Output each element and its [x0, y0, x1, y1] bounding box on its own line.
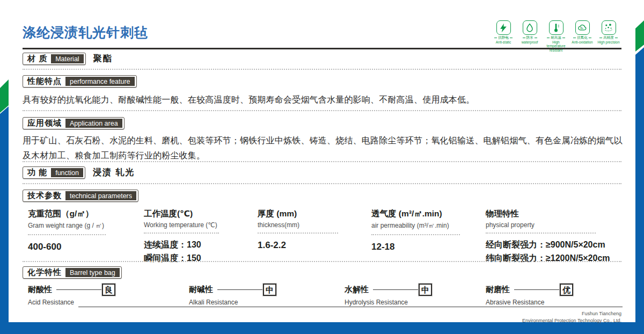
- performance-text: 具有较好的抗氧化能力、耐酸碱性能一般、在较高温度时、预期寿命会受烟气含水量的影响…: [23, 92, 623, 107]
- droplet-icon: [523, 20, 537, 35]
- company-name-line1: Fushun Tiancheng: [522, 310, 621, 317]
- divider-dotted: [23, 183, 621, 184]
- param-label-zh: 克重范围（g/㎡）: [28, 208, 135, 220]
- chem-label-zh: 水解性: [345, 285, 369, 295]
- section-header-application: 应用领域 Application area: [23, 117, 125, 129]
- param-value: 连续温度：130: [144, 238, 254, 251]
- section-header-technical: 技术参数 technical parameters: [23, 190, 138, 202]
- feature-anti-oxidation: O₂ 抗氧化 Anti-oxidation: [571, 20, 594, 52]
- param-label-zh: 物理特性: [486, 208, 628, 220]
- param-air-permeability: 透气度 (m³/㎡.min) air permeability (m³/㎡.mi…: [371, 208, 481, 253]
- datasheet-page: 涤纶浸渍轧光针刺毡 抗静电 Anti-static 防水 waterproof: [0, 0, 644, 334]
- section-title-en-badge: Material: [51, 54, 83, 63]
- param-divider: [258, 233, 338, 234]
- section-title-zh: 功 能: [27, 168, 47, 178]
- divider-dotted: [23, 261, 621, 262]
- section-title-zh: 性能特点: [27, 76, 62, 86]
- param-thickness: 厚度 (mm) thickness(mm) 1.6-2.2: [258, 208, 365, 252]
- param-label-en: Gram weight range (g / ㎡): [28, 221, 135, 230]
- param-divider: [144, 233, 219, 234]
- param-label-zh: 工作温度(℃): [144, 208, 254, 220]
- chem-label-en: Acid Resistance: [28, 299, 115, 306]
- chem-alkali-resistance: 耐碱性 中 Alkali Resistance: [189, 284, 276, 306]
- section-title-en-badge: Barrel type bag: [65, 268, 120, 277]
- feature-high-precision: 高精度 High precision: [597, 20, 620, 52]
- icon-label-zh: 抗静电: [494, 35, 513, 40]
- section-application: 应用领域 Application area: [23, 117, 125, 129]
- icon-label-en: High temperature resistant: [545, 40, 567, 52]
- left-ribbon-blue: [0, 106, 9, 334]
- param-value: 400-600: [28, 241, 135, 253]
- section-technical: 技术参数 technical parameters: [23, 190, 138, 202]
- section-header-chemical: 化学特性 Barrel type bag: [23, 266, 122, 279]
- dots-icon: [602, 20, 616, 35]
- icon-label-en: waterproof: [522, 40, 538, 44]
- chem-label-zh: 耐碱性: [189, 285, 213, 295]
- section-title-zh: 技术参数: [27, 191, 62, 201]
- section-title-en-badge: performance feature: [65, 77, 135, 86]
- param-value: 1.6-2.2: [258, 239, 365, 252]
- chem-label-en: Alkali Resistance: [189, 299, 276, 306]
- param-label-en: thickness(mm): [258, 221, 365, 229]
- param-working-temperature: 工作温度(℃) Working temperature (℃) 连续温度：130…: [144, 208, 254, 265]
- feature-high-temperature: 耐高温 High temperature resistant: [545, 20, 567, 52]
- chem-connector: [217, 289, 263, 290]
- chem-abrasive-resistance: 耐磨性 优 Abrasive Resistance: [486, 284, 573, 306]
- section-title-en-badge: technical parameters: [65, 191, 136, 200]
- chem-connector: [56, 289, 102, 290]
- param-value: 12-18: [371, 241, 481, 253]
- company-name-line2: Environmental Protection Technology Co.,…: [522, 317, 621, 324]
- company-signature: Fushun Tiancheng Environmental Protectio…: [522, 310, 621, 324]
- right-ribbon-green: [635, 20, 644, 52]
- page-title: 涤纶浸渍轧光针刺毡: [23, 24, 148, 41]
- feature-icons-row: 抗静电 Anti-static 防水 waterproof 耐高温 High t…: [492, 20, 620, 52]
- param-label-en: physical property: [486, 221, 628, 229]
- section-title-zh: 应用领域: [27, 118, 62, 128]
- section-material: 材 质 Material 聚酯: [23, 53, 113, 65]
- chem-label-zh: 耐磨性: [486, 285, 510, 295]
- section-header-function: 功 能 function: [23, 166, 85, 179]
- param-label-en: Working temperature (℃): [144, 221, 254, 229]
- section-performance: 性能特点 performance feature: [23, 75, 137, 88]
- application-text: 用于矿山、石灰石粉、水泥的生料、磨机、包装等环节；钢铁行业中炼铁、铸造、烧结、电…: [23, 133, 623, 163]
- feature-anti-static: 抗静电 Anti-static: [492, 20, 515, 52]
- chem-rating-badge: 良: [102, 284, 115, 296]
- param-value: 瞬间温度：150: [144, 251, 254, 265]
- icon-label-zh: 防水: [523, 35, 537, 40]
- thermometer-icon: [549, 20, 564, 35]
- cloud-o2-icon: O₂: [575, 20, 590, 35]
- section-title-zh: 化学特性: [27, 267, 62, 278]
- param-value: 纬向断裂强力：≥1200N/5×20cm: [486, 251, 628, 265]
- chem-rating-badge: 中: [419, 284, 432, 296]
- icon-label-en: High precision: [597, 40, 619, 44]
- param-label-zh: 厚度 (mm): [258, 208, 365, 220]
- svg-text:O₂: O₂: [580, 26, 583, 29]
- param-label-zh: 透气度 (m³/㎡.min): [371, 208, 481, 220]
- icon-label-zh: 耐高温: [547, 35, 565, 40]
- param-physical-property: 物理特性 physical property 经向断裂强力：≥900N/5×20…: [486, 208, 628, 265]
- material-value: 聚酯: [93, 53, 113, 64]
- section-chemical: 化学特性 Barrel type bag: [23, 266, 122, 279]
- divider-dotted: [23, 110, 621, 111]
- section-header-performance: 性能特点 performance feature: [23, 75, 137, 88]
- chem-label-en: Hydrolysis Resistance: [345, 299, 432, 306]
- section-title-zh: 材 质: [27, 54, 47, 64]
- param-label-en: air permeability (m³/㎡.min): [371, 221, 481, 230]
- chem-label-zh: 耐酸性: [28, 285, 52, 295]
- divider-dotted: [23, 69, 621, 70]
- chem-rating-badge: 中: [263, 284, 276, 296]
- section-function: 功 能 function 浸渍 轧光: [23, 166, 135, 179]
- param-divider: [371, 234, 460, 235]
- section-title-en-badge: function: [51, 168, 83, 177]
- function-value: 浸渍 轧光: [93, 167, 135, 178]
- footer-rule: [78, 307, 623, 307]
- chem-hydrolysis-resistance: 水解性 中 Hydrolysis Resistance: [345, 284, 432, 306]
- chem-rating-badge: 优: [560, 284, 573, 296]
- param-value: 经向断裂强力：≥900N/5×20cm: [486, 238, 628, 251]
- chem-connector: [514, 289, 560, 290]
- chem-acid-resistance: 耐酸性 良 Acid Resistance: [28, 284, 115, 306]
- chem-connector: [373, 289, 419, 290]
- chem-label-en: Abrasive Resistance: [486, 299, 573, 306]
- feature-waterproof: 防水 waterproof: [518, 20, 541, 52]
- divider-dotted: [23, 161, 621, 162]
